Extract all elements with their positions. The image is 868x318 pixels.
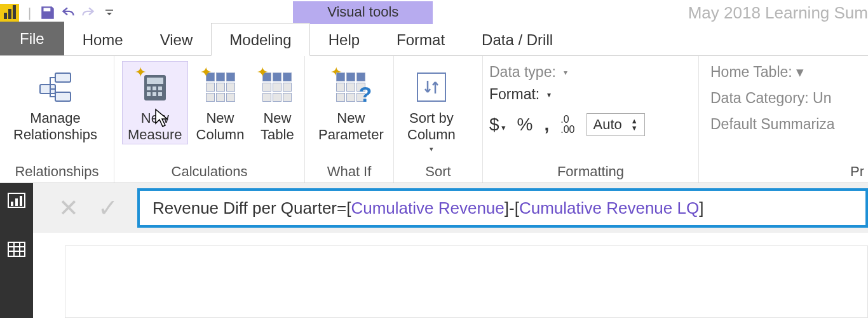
new-parameter-icon: ✦ ? — [332, 66, 370, 109]
svg-rect-13 — [15, 198, 18, 206]
sort-by-column-icon — [412, 66, 451, 109]
canvas-area — [0, 233, 868, 318]
group-properties-label: Pr — [699, 160, 868, 183]
formula-row: ✕ ✓ Revenue Diff per Quarter = [ Cumulat… — [0, 183, 868, 233]
format-label: Format: — [489, 86, 539, 103]
new-measure-label: New Measure — [128, 110, 182, 144]
app-logo — [0, 4, 19, 22]
document-title: May 2018 Learning Sum — [688, 3, 868, 23]
new-table-icon: ✦ — [258, 66, 296, 109]
chevron-down-icon: ▾ — [430, 145, 433, 153]
cancel-formula-icon[interactable]: ✕ — [58, 194, 79, 222]
formula-measure-name: Revenue Diff per Quarter — [153, 198, 337, 218]
group-sort-label: Sort — [394, 160, 482, 183]
tab-modeling[interactable]: Modeling — [211, 23, 309, 56]
default-summarization-dropdown[interactable]: Default Summariza — [710, 116, 835, 133]
data-type-label: Data type: — [489, 64, 556, 81]
thousand-separator-button[interactable]: , — [544, 114, 549, 135]
group-calculations-label: Calculations — [114, 160, 304, 183]
new-table-label: New Table — [261, 110, 294, 144]
svg-rect-9 — [153, 92, 156, 96]
group-properties: Home Table: ▾ Data Category: Un Default … — [699, 56, 868, 183]
group-formatting: Data type: ▾ Format: ▾ $▾ % , .0.00 Auto… — [483, 56, 699, 183]
new-column-icon: ✦ — [201, 66, 240, 109]
undo-icon[interactable] — [58, 3, 78, 23]
tab-data-drill[interactable]: Data / Drill — [463, 24, 571, 55]
new-parameter-button[interactable]: ✦ ? New Parameter — [313, 61, 390, 144]
group-sort: Sort by Column ▾ Sort — [394, 56, 483, 183]
manage-relationships-label: Manage Relationships — [13, 110, 97, 144]
svg-rect-4 — [147, 78, 163, 84]
decimal-places-input[interactable]: Auto ▲▼ — [587, 113, 645, 136]
data-category-label: Data Category: Un — [710, 90, 831, 107]
qat-separator: | — [28, 6, 31, 20]
formula-input[interactable]: Revenue Diff per Quarter = [ Cumulative … — [137, 188, 868, 228]
chevron-down-icon: ▾ — [796, 64, 804, 81]
decimal-places-icon: .0.00 — [560, 114, 574, 135]
tab-help[interactable]: Help — [310, 23, 378, 55]
sort-by-column-button[interactable]: Sort by Column ▾ — [402, 61, 461, 154]
manage-relationships-icon — [36, 66, 74, 109]
group-whatif: ✦ ? New Parameter What If — [305, 56, 394, 183]
formula-bar: ✕ ✓ Revenue Diff per Quarter = [ Cumulat… — [33, 183, 868, 233]
redo-icon[interactable] — [78, 3, 98, 23]
data-category-dropdown[interactable]: Data Category: Un — [710, 90, 831, 107]
format-dropdown[interactable]: Format: ▾ — [489, 86, 551, 103]
currency-button[interactable]: $▾ — [489, 114, 506, 135]
formula-ref-1: Cumulative Revenue — [351, 198, 504, 218]
svg-rect-6 — [153, 86, 156, 90]
new-parameter-label: New Parameter — [318, 110, 384, 144]
commit-formula-icon[interactable]: ✓ — [98, 194, 118, 222]
group-formatting-label: Formatting — [483, 160, 698, 183]
ribbon: Manage Relationships Relationships ✦ New… — [0, 56, 868, 183]
tab-home[interactable]: Home — [64, 23, 142, 55]
report-canvas[interactable] — [65, 245, 868, 318]
manage-relationships-button[interactable]: Manage Relationships — [8, 61, 103, 144]
contextual-tab-label: Visual tools — [293, 1, 433, 24]
svg-rect-15 — [8, 242, 25, 256]
new-table-button[interactable]: ✦ New Table — [252, 61, 302, 144]
spinner-down-icon[interactable]: ▼ — [631, 125, 638, 132]
chevron-down-icon: ▾ — [547, 90, 551, 99]
save-icon[interactable] — [37, 3, 58, 23]
tab-file[interactable]: File — [0, 22, 64, 55]
new-measure-button[interactable]: ✦ New Measure — [122, 61, 188, 144]
tab-format[interactable]: Format — [378, 24, 463, 55]
svg-rect-5 — [147, 86, 151, 90]
tab-view[interactable]: View — [142, 23, 212, 55]
title-bar: | Visual tools May 2018 Learning Sum — [0, 0, 868, 25]
view-switcher-cont — [0, 233, 33, 318]
sort-by-column-label: Sort by Column — [407, 110, 456, 144]
decimal-places-value: Auto — [593, 116, 622, 133]
new-column-button[interactable]: ✦ New Column — [191, 61, 250, 144]
group-relationships-label: Relationships — [0, 160, 114, 183]
ribbon-tabs: File Home View Modeling Help Format Data… — [0, 25, 868, 56]
svg-rect-2 — [55, 92, 71, 101]
svg-rect-0 — [55, 73, 71, 82]
new-measure-icon: ✦ — [136, 66, 174, 109]
group-whatif-label: What If — [305, 160, 393, 183]
group-relationships: Manage Relationships Relationships — [0, 56, 114, 183]
data-type-dropdown[interactable]: Data type: ▾ — [489, 64, 567, 81]
svg-rect-10 — [158, 92, 162, 96]
svg-rect-8 — [147, 92, 151, 96]
formula-ref-2: Cumulative Revenue LQ — [519, 198, 699, 218]
chevron-down-icon: ▾ — [564, 68, 567, 77]
new-column-label: New Column — [196, 110, 245, 144]
svg-rect-14 — [20, 196, 22, 206]
svg-rect-7 — [158, 86, 162, 90]
view-switcher — [0, 183, 33, 233]
report-view-icon[interactable] — [7, 192, 26, 209]
default-summarization-label: Default Summariza — [710, 116, 835, 133]
percent-button[interactable]: % — [517, 114, 533, 135]
home-table-dropdown[interactable]: Home Table: ▾ — [710, 64, 804, 81]
home-table-label: Home Table: — [710, 64, 792, 81]
data-view-icon[interactable] — [8, 242, 25, 259]
customize-qat-icon[interactable] — [104, 7, 115, 18]
group-calculations: ✦ New Measure ✦ New Column — [114, 56, 305, 183]
svg-rect-12 — [11, 202, 13, 206]
